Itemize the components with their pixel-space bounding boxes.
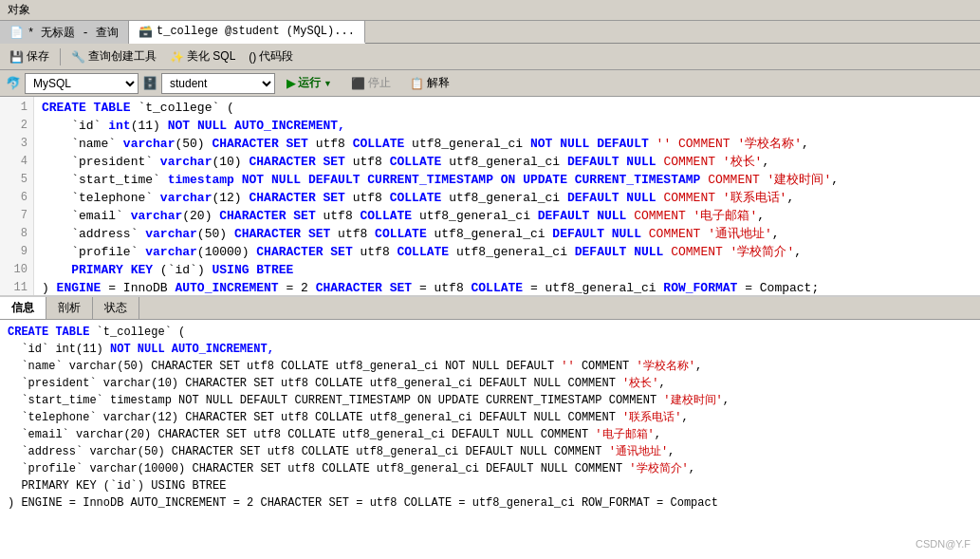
ln-8: 8	[4, 225, 28, 243]
ln-6: 6	[4, 189, 28, 207]
tbl-name: `t_college`	[138, 101, 219, 115]
stop-icon: ⬛	[351, 77, 365, 90]
code-line-4: `president` varchar(10) CHARACTER SET ut…	[42, 153, 972, 171]
query-builder-label: 查询创建工具	[88, 48, 157, 65]
tab-bar: 📄 * 无标题 - 查询 🗃️ t_college @student (MySQ…	[0, 21, 980, 44]
mysql-icon: 🐬	[6, 76, 21, 91]
bottom-tab-status[interactable]: 状态	[93, 297, 139, 319]
result-line-9: `profile` varchar(10000) CHARACTER SET u…	[8, 460, 972, 477]
ln-9: 9	[4, 243, 28, 261]
query-builder-button[interactable]: 🔧 查询创建工具	[65, 47, 162, 66]
ln-11: 11	[4, 279, 28, 296]
kw-create: CREATE TABLE	[42, 101, 138, 115]
ln-7: 7	[4, 207, 28, 225]
code-snippet-label: 代码段	[259, 48, 293, 65]
tab-tcollege-label: t_college @student (MySQL)...	[157, 25, 355, 38]
code-snippet-icon: ()	[249, 50, 256, 64]
code-snippet-button[interactable]: () 代码段	[243, 47, 299, 66]
bottom-content: CREATE TABLE `t_college` ( `id` int(11) …	[0, 320, 980, 510]
code-area[interactable]: CREATE TABLE `t_college` ( `id` int(11) …	[34, 97, 980, 295]
tab-tcollege-icon: 🗃️	[139, 25, 153, 39]
ln-1: 1	[4, 99, 28, 117]
stop-button[interactable]: ⬛ 停止	[343, 73, 398, 93]
save-button[interactable]: 💾 保存	[4, 47, 55, 66]
stop-label: 停止	[368, 75, 391, 91]
code-line-11: ) ENGINE = InnoDB AUTO_INCREMENT = 2 CHA…	[42, 279, 972, 295]
code-line-9: `profile` varchar(10000) CHARACTER SET u…	[42, 243, 972, 261]
result-line-1: CREATE TABLE `t_college` (	[8, 324, 972, 341]
result-line-3: `name` varchar(50) CHARACTER SET utf8 CO…	[8, 358, 972, 375]
result-line-10: PRIMARY KEY (`id`) USING BTREE	[8, 477, 972, 494]
bottom-panel: 信息 剖析 状态 CREATE TABLE `t_college` ( `id`…	[0, 296, 980, 559]
result-line-6: `telephone` varchar(12) CHARACTER SET ut…	[8, 409, 972, 426]
editor-content: 1 2 3 4 5 6 7 8 9 10 11 CREATE TABLE `t_…	[0, 97, 980, 295]
tab-untitled[interactable]: 📄 * 无标题 - 查询	[0, 21, 129, 44]
result-line-4: `president` varchar(10) CHARACTER SET ut…	[8, 375, 972, 392]
code-line-5: `start_time` timestamp NOT NULL DEFAULT …	[42, 171, 972, 189]
code-line-1: CREATE TABLE `t_college` (	[42, 99, 972, 117]
toolbar-sep-1	[60, 48, 61, 65]
db-engine-select[interactable]: MySQL	[25, 73, 139, 94]
run-icon: ▶	[287, 77, 295, 90]
explain-icon: 📋	[410, 77, 424, 90]
paren-open: (	[219, 101, 234, 115]
run-label: 运行	[298, 75, 321, 91]
run-button[interactable]: ▶ 运行 ▼	[279, 73, 340, 93]
save-label: 保存	[27, 48, 49, 65]
watermark: CSDN@Y.F	[915, 538, 971, 550]
result-line-5: `start_time` timestamp NOT NULL DEFAULT …	[8, 392, 972, 409]
save-icon: 💾	[9, 50, 24, 64]
tab-untitled-icon: 📄	[9, 26, 24, 40]
toolbar: 💾 保存 🔧 查询创建工具 ✨ 美化 SQL () 代码段	[0, 44, 980, 70]
bottom-tabs: 信息 剖析 状态	[0, 297, 980, 320]
code-line-6: `telephone` varchar(12) CHARACTER SET ut…	[42, 189, 972, 207]
top-bar-object[interactable]: 对象	[4, 2, 34, 18]
code-line-10: PRIMARY KEY (`id`) USING BTREE	[42, 261, 972, 279]
code-line-3: `name` varchar(50) CHARACTER SET utf8 CO…	[42, 135, 972, 153]
editor-area[interactable]: 1 2 3 4 5 6 7 8 9 10 11 CREATE TABLE `t_…	[0, 97, 980, 296]
code-line-7: `email` varchar(20) CHARACTER SET utf8 C…	[42, 207, 972, 225]
bottom-tab-profile[interactable]: 剖析	[46, 297, 93, 319]
run-dropdown-icon: ▼	[324, 79, 332, 88]
ln-5: 5	[4, 171, 28, 189]
bottom-tab-info[interactable]: 信息	[0, 297, 46, 319]
top-bar: 对象	[0, 0, 980, 21]
result-line-2: `id` int(11) NOT NULL AUTO_INCREMENT,	[8, 341, 972, 358]
code-line-2: `id` int(11) NOT NULL AUTO_INCREMENT,	[42, 117, 972, 135]
db-icon: 🗄️	[142, 76, 157, 91]
explain-label: 解释	[427, 75, 450, 91]
result-line-8: `address` varchar(50) CHARACTER SET utf8…	[8, 443, 972, 460]
ln-3: 3	[4, 135, 28, 153]
main-layout: 1 2 3 4 5 6 7 8 9 10 11 CREATE TABLE `t_…	[0, 97, 980, 559]
beautify-icon: ✨	[170, 50, 184, 64]
result-line-7: `email` varchar(20) CHARACTER SET utf8 C…	[8, 426, 972, 443]
tab-untitled-label: * 无标题 - 查询	[28, 25, 119, 41]
beautify-button[interactable]: ✨ 美化 SQL	[164, 47, 241, 66]
result-line-11: ) ENGINE = InnoDB AUTO_INCREMENT = 2 CHA…	[8, 494, 972, 510]
line-numbers: 1 2 3 4 5 6 7 8 9 10 11	[0, 97, 34, 295]
query-builder-icon: 🔧	[71, 50, 85, 64]
tab-tcollege[interactable]: 🗃️ t_college @student (MySQL)...	[129, 21, 365, 44]
ln-10: 10	[4, 261, 28, 279]
conn-bar: 🐬 MySQL 🗄️ student ▶ 运行 ▼ ⬛ 停止 📋 解释	[0, 70, 980, 97]
ln-2: 2	[4, 117, 28, 135]
code-line-8: `address` varchar(50) CHARACTER SET utf8…	[42, 225, 972, 243]
explain-button[interactable]: 📋 解释	[402, 73, 457, 93]
ln-4: 4	[4, 153, 28, 171]
db-name-select[interactable]: student	[161, 73, 275, 94]
beautify-label: 美化 SQL	[187, 48, 235, 65]
